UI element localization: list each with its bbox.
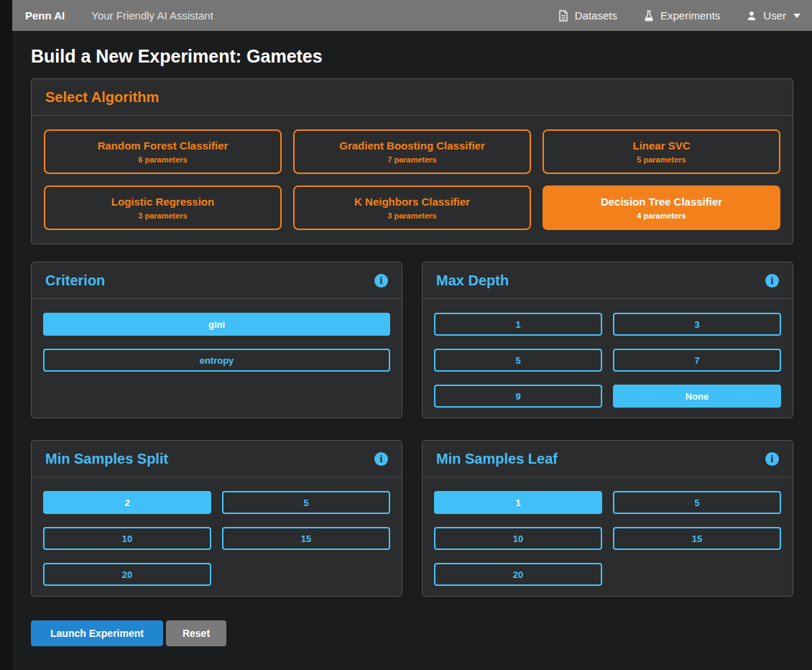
nav-item-user-menu[interactable]: User bbox=[746, 9, 801, 22]
algorithm-logistic-regression[interactable]: Logistic Regression 3 parameters bbox=[44, 185, 282, 230]
min-samples-leaf-option-10[interactable]: 10 bbox=[434, 527, 602, 550]
select-algorithm-panel: Select Algorithm Random Forest Classifie… bbox=[31, 78, 793, 244]
app-window: Penn AI Your Friendly AI Assistant Datas… bbox=[12, 0, 812, 670]
algorithm-name: Gradient Boosting Classifier bbox=[339, 139, 485, 152]
algorithm-params: 5 parameters bbox=[637, 155, 686, 164]
action-bar: Launch Experiment Reset bbox=[31, 620, 793, 646]
min-samples-split-panel: Min Samples Split i 2 5 10 15 20 bbox=[31, 440, 402, 597]
algorithm-random-forest-classifier[interactable]: Random Forest Classifier 6 parameters bbox=[44, 129, 282, 174]
max-depth-option-9[interactable]: 9 bbox=[434, 385, 602, 408]
min-samples-split-options: 2 5 10 15 20 bbox=[32, 477, 402, 600]
algorithm-name: Decision Tree Classifier bbox=[601, 196, 722, 208]
screen: Penn AI Your Friendly AI Assistant Datas… bbox=[0, 0, 812, 670]
navbar-right: Datasets Experiments User bbox=[558, 9, 801, 22]
criterion-panel: Criterion i gini entropy bbox=[31, 262, 402, 418]
info-icon[interactable]: i bbox=[374, 274, 388, 288]
algorithm-name: Logistic Regression bbox=[111, 196, 214, 208]
main-content: Build a New Experiment: Gametes Select A… bbox=[12, 31, 812, 646]
select-algorithm-title: Select Algorithm bbox=[45, 89, 159, 106]
flask-icon bbox=[643, 10, 655, 22]
criterion-title: Criterion bbox=[45, 272, 105, 289]
max-depth-option-5[interactable]: 5 bbox=[434, 349, 602, 372]
algorithm-name: Random Forest Classifier bbox=[98, 139, 229, 152]
algorithm-params: 7 parameters bbox=[387, 155, 437, 164]
algorithm-k-neighbors-classifier[interactable]: K Neighbors Classifier 3 parameters bbox=[293, 185, 531, 230]
min-samples-leaf-title: Min Samples Leaf bbox=[436, 451, 558, 467]
max-depth-header: Max Depth i bbox=[423, 262, 793, 299]
algorithm-params: 4 parameters bbox=[637, 211, 686, 220]
algorithm-params: 3 parameters bbox=[138, 211, 188, 220]
min-samples-leaf-header: Min Samples Leaf i bbox=[423, 441, 793, 477]
algorithm-name: Linear SVC bbox=[632, 139, 690, 152]
min-samples-split-option-10[interactable]: 10 bbox=[43, 527, 211, 550]
criterion-options: gini entropy bbox=[32, 299, 402, 385]
max-depth-option-7[interactable]: 7 bbox=[613, 349, 781, 372]
caret-down-icon bbox=[793, 14, 801, 18]
algorithm-linear-svc[interactable]: Linear SVC 5 parameters bbox=[543, 129, 780, 174]
min-samples-leaf-option-5[interactable]: 5 bbox=[613, 491, 781, 514]
parameter-row-1: Criterion i gini entropy Max Depth i 1 bbox=[31, 262, 793, 418]
nav-item-datasets[interactable]: Datasets bbox=[558, 9, 617, 22]
parameter-row-2: Min Samples Split i 2 5 10 15 20 Min Sam… bbox=[31, 440, 793, 597]
algorithm-decision-tree-classifier[interactable]: Decision Tree Classifier 4 parameters bbox=[543, 185, 780, 230]
info-icon[interactable]: i bbox=[765, 274, 779, 288]
max-depth-panel: Max Depth i 1 3 5 7 9 None bbox=[422, 262, 793, 418]
min-samples-split-header: Min Samples Split i bbox=[32, 441, 402, 477]
algorithm-params: 3 parameters bbox=[387, 211, 437, 220]
info-icon[interactable]: i bbox=[765, 452, 779, 466]
max-depth-option-1[interactable]: 1 bbox=[434, 313, 602, 336]
min-samples-leaf-option-20[interactable]: 20 bbox=[434, 563, 602, 586]
max-depth-option-none[interactable]: None bbox=[613, 385, 781, 408]
brand-penn-ai[interactable]: Penn AI bbox=[25, 9, 65, 22]
max-depth-options: 1 3 5 7 9 None bbox=[423, 299, 793, 421]
nav-item-label: Datasets bbox=[575, 9, 617, 22]
reset-button[interactable]: Reset bbox=[166, 620, 226, 646]
page-title: Build a New Experiment: Gametes bbox=[31, 46, 793, 67]
criterion-option-entropy[interactable]: entropy bbox=[43, 349, 390, 372]
file-icon bbox=[558, 10, 569, 22]
min-samples-split-option-5[interactable]: 5 bbox=[222, 491, 390, 514]
min-samples-leaf-option-15[interactable]: 15 bbox=[613, 527, 781, 550]
nav-item-label: User bbox=[763, 9, 786, 22]
max-depth-title: Max Depth bbox=[436, 272, 509, 289]
algorithm-gradient-boosting-classifier[interactable]: Gradient Boosting Classifier 7 parameter… bbox=[293, 129, 531, 174]
max-depth-option-3[interactable]: 3 bbox=[613, 313, 781, 336]
algorithm-grid: Random Forest Classifier 6 parameters Gr… bbox=[32, 116, 793, 244]
user-icon bbox=[746, 10, 757, 22]
info-icon[interactable]: i bbox=[374, 452, 388, 466]
select-algorithm-header: Select Algorithm bbox=[32, 79, 793, 116]
algorithm-params: 6 parameters bbox=[138, 155, 188, 164]
min-samples-leaf-option-1[interactable]: 1 bbox=[434, 491, 602, 514]
nav-item-label: Experiments bbox=[660, 9, 720, 22]
min-samples-leaf-options: 1 5 10 15 20 bbox=[423, 477, 793, 600]
min-samples-leaf-panel: Min Samples Leaf i 1 5 10 15 20 bbox=[422, 440, 793, 597]
criterion-header: Criterion i bbox=[32, 262, 402, 299]
algorithm-name: K Neighbors Classifier bbox=[354, 196, 470, 208]
launch-experiment-button[interactable]: Launch Experiment bbox=[31, 620, 163, 646]
criterion-option-gini[interactable]: gini bbox=[43, 313, 390, 336]
nav-item-experiments[interactable]: Experiments bbox=[643, 9, 720, 22]
min-samples-split-option-15[interactable]: 15 bbox=[222, 527, 390, 550]
navbar: Penn AI Your Friendly AI Assistant Datas… bbox=[12, 0, 812, 31]
min-samples-split-option-2[interactable]: 2 bbox=[43, 491, 211, 514]
navbar-tagline: Your Friendly AI Assistant bbox=[91, 9, 213, 22]
min-samples-split-title: Min Samples Split bbox=[45, 451, 168, 467]
min-samples-split-option-20[interactable]: 20 bbox=[43, 563, 211, 586]
